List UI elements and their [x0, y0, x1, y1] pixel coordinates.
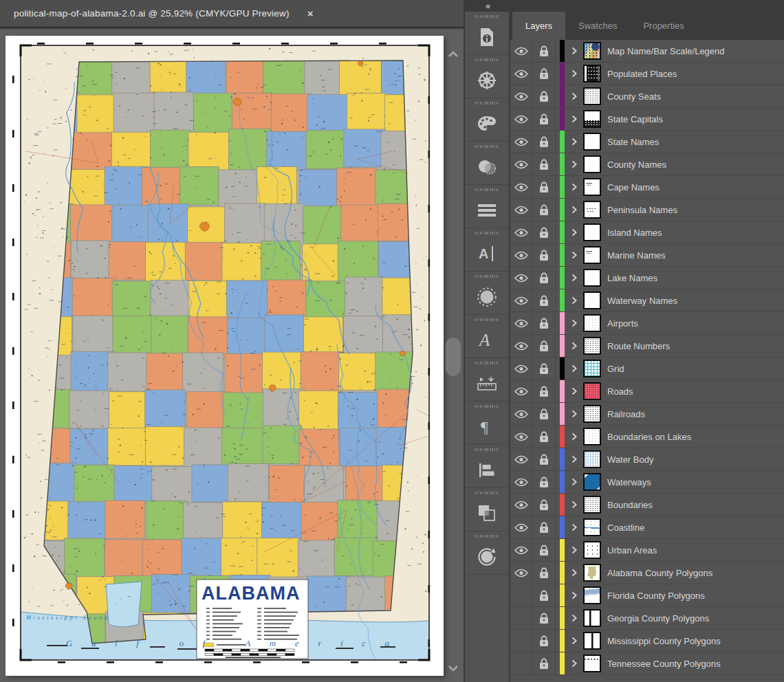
layer-lock-toggle[interactable] [533, 539, 556, 561]
layer-lock-toggle[interactable] [533, 448, 556, 470]
layer-expand-chevron[interactable] [565, 319, 583, 327]
layer-row[interactable]: Georgia County Polygons [510, 607, 784, 630]
layer-lock-toggle[interactable] [533, 494, 556, 516]
close-tab-icon[interactable]: × [307, 8, 314, 19]
layer-lock-toggle[interactable] [533, 630, 556, 652]
layer-lock-toggle[interactable] [533, 63, 556, 85]
layer-visibility-toggle[interactable] [510, 108, 533, 130]
layer-expand-chevron[interactable] [565, 160, 583, 168]
scroll-down-icon[interactable] [448, 663, 459, 671]
layer-row[interactable]: Mississippi County Polygons [510, 630, 784, 652]
panel-icon-character[interactable]: A [465, 228, 509, 272]
layer-lock-toggle[interactable] [533, 652, 556, 674]
layer-row[interactable]: Roads [510, 380, 784, 403]
layer-row[interactable]: Airports [510, 312, 784, 335]
layer-visibility-toggle[interactable] [510, 63, 533, 85]
layer-expand-chevron[interactable] [565, 251, 583, 259]
layer-expand-chevron[interactable] [565, 138, 583, 146]
layer-row[interactable]: County Seats [510, 85, 784, 108]
scroll-up-icon[interactable] [448, 49, 459, 57]
layer-visibility-toggle[interactable] [510, 358, 533, 380]
layer-visibility-toggle[interactable] [510, 562, 533, 584]
layer-expand-chevron[interactable] [565, 69, 583, 78]
layer-lock-toggle[interactable] [533, 40, 556, 62]
layer-lock-toggle[interactable] [533, 335, 556, 357]
layer-visibility-toggle[interactable] [510, 131, 533, 153]
layer-row[interactable]: Route Numbers [510, 335, 784, 358]
layer-visibility-toggle[interactable] [510, 289, 533, 311]
panel-icon-color[interactable] [465, 98, 509, 142]
layer-visibility-toggle[interactable] [510, 199, 533, 221]
layer-expand-chevron[interactable] [565, 228, 583, 236]
layer-lock-toggle[interactable] [533, 471, 556, 493]
layer-lock-toggle[interactable] [533, 131, 556, 153]
layer-expand-chevron[interactable] [565, 455, 583, 463]
layer-expand-chevron[interactable] [565, 92, 583, 100]
layer-lock-toggle[interactable] [533, 108, 556, 130]
layer-row[interactable]: Tennessee County Polygons [510, 652, 784, 675]
layer-visibility-toggle[interactable] [510, 516, 533, 538]
layer-visibility-toggle[interactable] [510, 539, 533, 561]
layer-lock-toggle[interactable] [533, 516, 556, 538]
layer-lock-toggle[interactable] [533, 221, 556, 243]
layer-expand-chevron[interactable] [565, 47, 583, 55]
layer-row[interactable]: Boundaries on Lakes [510, 426, 784, 448]
layer-lock-toggle[interactable] [533, 244, 556, 266]
artboard-page[interactable]: ALABAMAGulf of AmericaMississippi Sound [6, 36, 444, 676]
layer-visibility-toggle[interactable] [510, 607, 533, 629]
layer-expand-chevron[interactable] [565, 387, 583, 395]
layer-row[interactable]: Map Name/Bar Scale/Legend [510, 40, 784, 63]
layer-expand-chevron[interactable] [565, 410, 583, 418]
layer-row[interactable]: Florida County Polygons [510, 584, 784, 607]
panel-icon-navigator[interactable] [465, 55, 509, 98]
layer-row[interactable]: Marine Names [510, 244, 784, 267]
layer-expand-chevron[interactable] [565, 637, 583, 645]
layer-visibility-toggle[interactable] [510, 176, 533, 198]
layer-visibility-toggle[interactable] [510, 267, 533, 289]
layer-row[interactable]: Water Body [510, 448, 784, 471]
panel-icon-pathfinder[interactable] [465, 488, 509, 531]
collapse-panels-icon[interactable]: « [486, 0, 490, 12]
layer-row[interactable]: Populated Places [510, 63, 784, 85]
panel-icon-glyphs[interactable]: A [465, 315, 509, 358]
layer-row[interactable]: Coastline [510, 516, 784, 539]
layer-expand-chevron[interactable] [565, 364, 583, 373]
layer-lock-toggle[interactable] [533, 153, 556, 175]
layer-row[interactable]: Cape Names [510, 176, 784, 199]
layer-visibility-toggle[interactable] [510, 494, 533, 516]
layer-visibility-toggle[interactable] [510, 630, 533, 652]
layer-row[interactable]: Peninsula Names [510, 199, 784, 221]
layer-expand-chevron[interactable] [565, 115, 583, 123]
layer-expand-chevron[interactable] [565, 569, 583, 577]
layer-expand-chevron[interactable] [565, 342, 583, 350]
layer-lock-toggle[interactable] [533, 607, 556, 629]
layer-row[interactable]: Urban Areas [510, 539, 784, 562]
layer-visibility-toggle[interactable] [510, 221, 533, 243]
layer-expand-chevron[interactable] [565, 478, 583, 486]
layer-expand-chevron[interactable] [565, 591, 583, 600]
canvas-area[interactable]: ALABAMAGulf of AmericaMississippi Sound [0, 30, 464, 682]
layer-visibility-toggle[interactable] [510, 335, 533, 357]
layer-expand-chevron[interactable] [565, 274, 583, 282]
layer-lock-toggle[interactable] [533, 358, 556, 380]
layer-expand-chevron[interactable] [565, 432, 583, 441]
layer-visibility-toggle[interactable] [510, 85, 533, 107]
layer-row[interactable]: Lake Names [510, 267, 784, 289]
layer-expand-chevron[interactable] [565, 500, 583, 509]
layer-expand-chevron[interactable] [565, 523, 583, 531]
layer-lock-toggle[interactable] [533, 199, 556, 221]
layer-visibility-toggle[interactable] [510, 471, 533, 493]
layer-row[interactable]: State Names [510, 131, 784, 153]
layer-expand-chevron[interactable] [565, 206, 583, 214]
layer-row[interactable]: Island Names [510, 221, 784, 244]
panel-icon-document-info[interactable] [465, 12, 509, 55]
canvas-vertical-scrollbar[interactable] [444, 30, 462, 682]
document-tab[interactable]: political-map-of-alabama-2.0.ai @ 25,92%… [0, 0, 323, 27]
layer-visibility-toggle[interactable] [510, 448, 533, 470]
tab-properties[interactable]: Properties [630, 12, 697, 40]
tab-layers[interactable]: Layers [512, 12, 565, 40]
layer-row[interactable]: State Capitals [510, 108, 784, 131]
layer-row[interactable]: County Names [510, 153, 784, 176]
tab-swatches[interactable]: Swatches [565, 12, 630, 40]
layer-visibility-toggle[interactable] [510, 380, 533, 402]
